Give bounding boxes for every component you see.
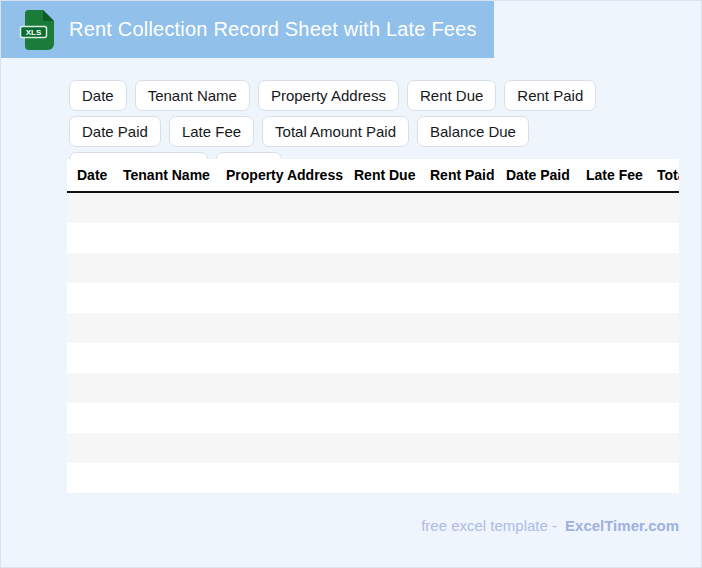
empty-cell <box>226 223 354 253</box>
page: XLS Rent Collection Record Sheet with La… <box>0 0 702 568</box>
empty-cell <box>586 343 657 373</box>
empty-cell <box>123 283 226 313</box>
empty-cell <box>226 463 354 493</box>
empty-cell <box>67 192 123 223</box>
empty-cell <box>67 283 123 313</box>
empty-cell <box>430 463 506 493</box>
empty-cell <box>354 343 430 373</box>
empty-cell <box>586 283 657 313</box>
empty-cell <box>67 403 123 433</box>
empty-cell <box>430 403 506 433</box>
empty-cell <box>506 463 586 493</box>
empty-cell <box>226 283 354 313</box>
empty-cell <box>586 403 657 433</box>
empty-cell <box>123 373 226 403</box>
empty-cell <box>506 343 586 373</box>
field-chip-rent-due[interactable]: Rent Due <box>407 80 496 111</box>
empty-cell <box>123 253 226 283</box>
field-chip-rent-paid[interactable]: Rent Paid <box>504 80 596 111</box>
empty-cell <box>123 343 226 373</box>
empty-cell <box>506 283 586 313</box>
table-row <box>67 313 679 343</box>
footer-text: free excel template - <box>421 517 557 534</box>
empty-cell <box>226 373 354 403</box>
table-row <box>67 283 679 313</box>
empty-cell <box>506 313 586 343</box>
empty-cell <box>586 223 657 253</box>
empty-cell <box>354 283 430 313</box>
page-title: Rent Collection Record Sheet with Late F… <box>69 18 477 41</box>
column-header: Property Address <box>226 159 354 192</box>
empty-cell <box>430 343 506 373</box>
table-row <box>67 373 679 403</box>
file-fold <box>43 10 54 21</box>
empty-cell <box>123 433 226 463</box>
empty-cell <box>67 373 123 403</box>
empty-cell <box>586 463 657 493</box>
field-chip-date-paid[interactable]: Date Paid <box>69 116 161 147</box>
field-chip-date[interactable]: Date <box>69 80 127 111</box>
empty-cell <box>123 192 226 223</box>
empty-cell <box>354 403 430 433</box>
record-table: DateTenant NameProperty AddressRent DueR… <box>67 159 679 493</box>
empty-cell <box>67 223 123 253</box>
empty-cell <box>657 223 679 253</box>
empty-cell <box>657 433 679 463</box>
xls-file-icon: XLS <box>19 9 55 51</box>
empty-cell <box>657 192 679 223</box>
empty-cell <box>226 433 354 463</box>
title-bar: XLS Rent Collection Record Sheet with La… <box>1 1 494 58</box>
empty-cell <box>657 313 679 343</box>
field-chip-tenant-name[interactable]: Tenant Name <box>135 80 250 111</box>
empty-cell <box>226 253 354 283</box>
empty-cell <box>226 192 354 223</box>
empty-cell <box>506 403 586 433</box>
empty-cell <box>506 192 586 223</box>
empty-cell <box>506 223 586 253</box>
empty-cell <box>657 373 679 403</box>
empty-cell <box>354 373 430 403</box>
empty-cell <box>354 463 430 493</box>
empty-cell <box>354 192 430 223</box>
empty-cell <box>123 463 226 493</box>
column-header: Total Amount Paid <box>657 159 679 192</box>
xls-label: XLS <box>26 28 42 37</box>
empty-cell <box>586 313 657 343</box>
empty-cell <box>430 313 506 343</box>
empty-cell <box>226 313 354 343</box>
empty-cell <box>430 373 506 403</box>
empty-cell <box>226 343 354 373</box>
empty-cell <box>586 433 657 463</box>
empty-cell <box>123 223 226 253</box>
empty-cell <box>586 192 657 223</box>
column-header: Late Fee <box>586 159 657 192</box>
empty-cell <box>506 253 586 283</box>
column-header: Tenant Name <box>123 159 226 192</box>
empty-cell <box>354 223 430 253</box>
field-chip-balance-due[interactable]: Balance Due <box>417 116 529 147</box>
column-header: Date Paid <box>506 159 586 192</box>
empty-cell <box>586 373 657 403</box>
empty-cell <box>354 433 430 463</box>
empty-cell <box>67 343 123 373</box>
field-chip-property-address[interactable]: Property Address <box>258 80 399 111</box>
empty-cell <box>430 253 506 283</box>
table-row <box>67 463 679 493</box>
footer: free excel template -ExcelTimer.com <box>421 517 679 534</box>
table-row <box>67 192 679 223</box>
column-header: Rent Paid <box>430 159 506 192</box>
table-row <box>67 223 679 253</box>
empty-cell <box>67 433 123 463</box>
empty-cell <box>123 403 226 433</box>
empty-cell <box>226 403 354 433</box>
field-chip-late-fee[interactable]: Late Fee <box>169 116 254 147</box>
empty-cell <box>657 283 679 313</box>
empty-cell <box>67 253 123 283</box>
header-row: DateTenant NameProperty AddressRent DueR… <box>67 159 679 192</box>
brand-link[interactable]: ExcelTimer.com <box>565 517 679 534</box>
field-chip-total-amount-paid[interactable]: Total Amount Paid <box>262 116 409 147</box>
empty-cell <box>430 283 506 313</box>
empty-cell <box>430 433 506 463</box>
empty-cell <box>430 223 506 253</box>
empty-cell <box>430 192 506 223</box>
